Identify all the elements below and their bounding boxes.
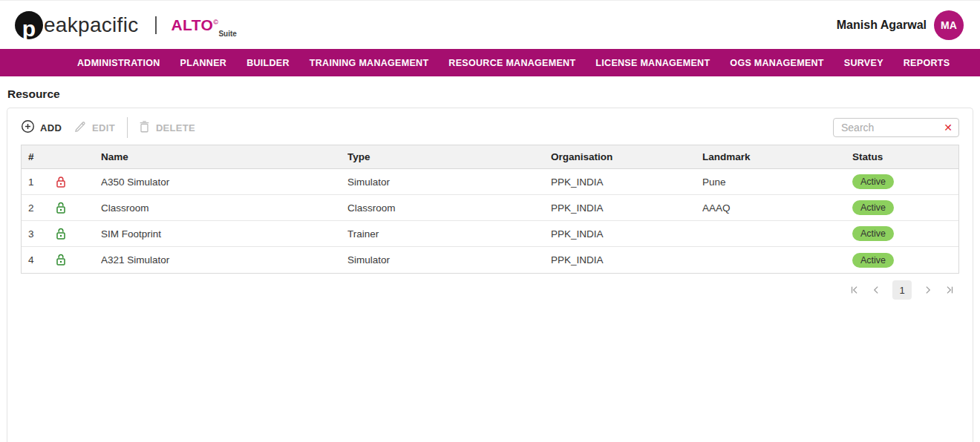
table-row[interactable]: 3 SIM Footprint Trainer PPK_INDIA [22,221,958,247]
unlocked-icon [55,228,67,240]
status-badge: Active [852,253,894,268]
toolbar: ADD EDIT DELETE ✕ [21,114,959,141]
status-badge: Active [852,226,894,241]
cell-lock [55,228,101,240]
status-badge: Active [852,200,894,215]
column-header-index: # [22,151,55,162]
app-header: p eakpacific ALTO© Suite Manish Agarwal … [0,0,980,49]
cell-lock [55,202,101,214]
nav-item[interactable]: LICENSE MANAGEMENT [595,58,710,68]
cell-name: A350 Simulator [101,177,347,188]
column-header-name: Name [101,151,347,162]
main-nav: ADMINISTRATIONPLANNERBUILDERTRAINING MAN… [0,49,980,76]
cell-lock [55,254,101,266]
column-header-type: Type [347,151,551,162]
cell-status: Active [852,200,958,215]
cell-status: Active [852,226,958,241]
table-header: # Name Type Organisation Landmark Status [22,145,958,169]
add-button-label: ADD [40,122,62,133]
edit-button[interactable]: EDIT [74,120,115,136]
peakpacific-logo-icon: p [15,11,43,39]
current-page[interactable]: 1 [892,280,912,300]
cell-index: 2 [22,202,55,214]
brand-logo: p eakpacific ALTO© Suite [15,11,237,39]
cell-organisation: PPK_INDIA [551,177,702,188]
nav-item[interactable]: SURVEY [844,58,883,68]
cell-type: Classroom [347,202,551,214]
locked-icon [55,176,67,188]
brand-divider [155,16,157,34]
nav-item[interactable]: RESOURCE MANAGEMENT [448,58,575,68]
unlocked-icon [55,202,67,214]
search-input[interactable] [833,118,959,137]
prev-page-button[interactable] [871,285,881,295]
table-row[interactable]: 4 A321 Simulator Simulator PPK_INDIA [22,247,958,273]
cell-name: SIM Footprint [101,228,347,240]
user-info: Manish Agarwal MA [837,10,964,40]
nav-item[interactable]: ADMINISTRATION [77,58,160,68]
delete-button-label: DELETE [156,122,195,133]
plus-circle-icon [21,119,35,136]
user-avatar[interactable]: MA [934,10,964,40]
unlocked-icon [55,254,67,266]
cell-organisation: PPK_INDIA [551,228,702,240]
cell-status: Active [852,253,958,268]
cell-name: A321 Simulator [101,254,347,265]
cell-organisation: PPK_INDIA [551,254,702,265]
product-suffix: Suite [218,30,236,38]
edit-button-label: EDIT [92,122,115,133]
cell-name: Classroom [101,202,347,214]
resource-card: ADD EDIT DELETE ✕ # Name [7,108,973,442]
cell-index: 1 [22,177,55,188]
delete-button[interactable]: DELETE [138,120,195,136]
status-badge: Active [852,174,894,189]
cell-status: Active [852,174,958,189]
cell-organisation: PPK_INDIA [551,202,702,214]
column-header-status: Status [852,151,958,162]
column-header-organisation: Organisation [551,151,702,162]
cell-type: Trainer [347,228,551,240]
clear-search-icon[interactable]: ✕ [944,121,953,134]
product-name: ALTO© [172,16,219,34]
copyright-mark: © [213,19,218,26]
resource-table: # Name Type Organisation Landmark Status… [21,145,959,274]
page-title: Resource [7,88,980,101]
cell-landmark: AAAQ [702,202,852,214]
next-page-button[interactable] [923,285,933,295]
search-box: ✕ [833,118,959,137]
cell-landmark: Pune [702,177,852,188]
user-name: Manish Agarwal [837,19,927,32]
nav-item[interactable]: REPORTS [904,58,950,68]
add-button[interactable]: ADD [21,119,62,136]
cell-index: 3 [22,228,55,240]
first-page-button[interactable] [849,285,860,295]
table-row[interactable]: 1 A350 Simulator Simulator PPK_INDIA [22,169,958,195]
column-header-landmark: Landmark [702,151,852,162]
pagination: 1 [21,280,955,300]
trash-icon [138,120,151,136]
brand-name: eakpacific [44,13,139,37]
nav-item[interactable]: OGS MANAGEMENT [730,58,823,68]
nav-item[interactable]: PLANNER [180,58,227,68]
cell-index: 4 [22,254,55,265]
table-row[interactable]: 2 Classroom Classroom PPK_INDIA [22,195,958,221]
last-page-button[interactable] [944,285,955,295]
nav-item[interactable]: BUILDER [246,58,290,68]
cell-lock [55,176,101,188]
cell-type: Simulator [347,177,551,188]
toolbar-divider [127,117,128,138]
cell-type: Simulator [347,254,551,265]
nav-item[interactable]: TRAINING MANAGEMENT [310,58,429,68]
pencil-icon [74,120,87,136]
